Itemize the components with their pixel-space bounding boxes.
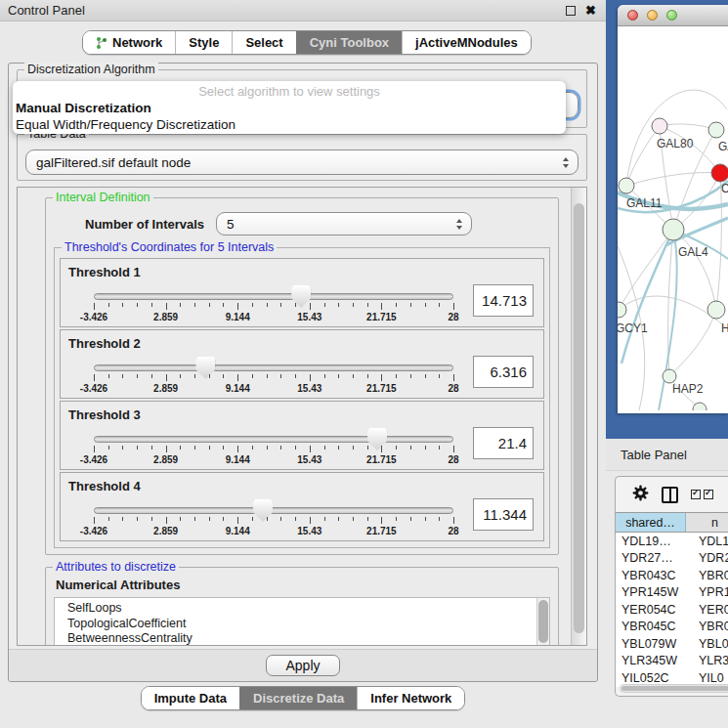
minimize-traffic-light-icon[interactable] bbox=[647, 10, 658, 21]
threshold-2-slider-track[interactable] bbox=[94, 364, 453, 371]
columns-icon[interactable] bbox=[662, 487, 678, 503]
threshold-4-slider-track[interactable] bbox=[94, 507, 453, 514]
threshold-2-label: Threshold 2 bbox=[68, 336, 535, 351]
tab-select[interactable]: Select bbox=[232, 31, 295, 54]
top-tab-bar: NetworkStyleSelectCyni ToolboxjActiveMNo… bbox=[82, 30, 532, 55]
cell-shared-name: YLR345W bbox=[616, 654, 686, 667]
network-node-ga[interactable] bbox=[708, 122, 724, 138]
network-node-label: H bbox=[721, 321, 728, 335]
tick-label: 15.43 bbox=[297, 526, 321, 536]
zoom-traffic-light-icon[interactable] bbox=[666, 10, 677, 21]
tab-label: Cyni Toolbox bbox=[310, 35, 389, 50]
table-row[interactable]: YER054CYER0 bbox=[616, 601, 728, 619]
bottom-tab-bar: Impute DataDiscretize DataInfer Network bbox=[0, 686, 606, 710]
tab-label: jActiveMNodules bbox=[415, 35, 518, 50]
apply-bar: Apply bbox=[9, 649, 597, 681]
threshold-1-value-field[interactable]: 14.713 bbox=[473, 284, 534, 317]
table-row[interactable]: YPR145WYPR1 bbox=[616, 584, 728, 602]
control-panel-title: Control Panel bbox=[8, 3, 85, 18]
cell-shared-name: YER054C bbox=[616, 603, 686, 617]
tick-label: -3.426 bbox=[80, 383, 107, 394]
bottom-tab-discretize-data[interactable]: Discretize Data bbox=[239, 687, 357, 709]
control-panel: Control Panel ✖ NetworkStyleSelectCyni T… bbox=[0, 0, 606, 728]
float-window-icon[interactable] bbox=[566, 6, 576, 16]
bottom-tab-impute-data[interactable]: Impute Data bbox=[142, 687, 239, 709]
table-row[interactable]: YBR045CYBR0 bbox=[616, 619, 728, 636]
cell-shared-name: YPR145W bbox=[616, 585, 686, 599]
select-columns-checkboxes-icon[interactable] bbox=[691, 490, 713, 499]
network-node-label: GA bbox=[718, 140, 728, 153]
number-of-intervals-label: Number of Intervals bbox=[85, 217, 204, 232]
settings-vertical-scrollbar[interactable] bbox=[571, 188, 586, 645]
dropdown-option-equal-width-frequency[interactable]: Equal Width/Frequency Discretization bbox=[13, 116, 566, 133]
discretization-algorithm-label: Discretization Algorithm bbox=[24, 63, 158, 76]
network-tree-icon bbox=[96, 36, 107, 50]
tab-network[interactable]: Network bbox=[83, 31, 175, 54]
attribute-list-item[interactable]: SelfLoops bbox=[67, 601, 536, 617]
bottom-tab-infer-network[interactable]: Infer Network bbox=[357, 687, 464, 709]
table-horizontal-scrollbar[interactable] bbox=[620, 684, 728, 693]
table-body: YDL19…YDL1YDR27…YDR2YBR043CYBR0YPR145WYP… bbox=[616, 533, 728, 687]
slider-tick-labels: -3.4262.8599.14415.4321.71528 bbox=[94, 454, 453, 467]
network-node-gal4[interactable] bbox=[663, 219, 684, 240]
thresholds-group: Threshold's Coordinates for 5 Intervals … bbox=[54, 247, 550, 548]
tab-label: Network bbox=[112, 35, 162, 50]
table-row[interactable]: YLR345WYLR3 bbox=[616, 653, 728, 670]
threshold-1-slider-track[interactable] bbox=[94, 293, 453, 300]
table-header-row: shared… n bbox=[616, 512, 728, 533]
network-node-label: GAL4 bbox=[678, 245, 708, 259]
combobox-spinner-icon[interactable] bbox=[563, 157, 578, 168]
close-traffic-light-icon[interactable] bbox=[627, 10, 638, 21]
thresholds-group-label: Threshold's Coordinates for 5 Intervals bbox=[62, 240, 277, 254]
column-header-name[interactable]: n bbox=[686, 513, 728, 532]
attribute-list-item[interactable]: BetweennessCentrality bbox=[67, 631, 536, 645]
cell-name: YPR1 bbox=[686, 585, 728, 599]
tick-label: 9.144 bbox=[226, 454, 250, 465]
threshold-3-label: Threshold 3 bbox=[68, 407, 535, 422]
table-row[interactable]: YBR043CYBR0 bbox=[616, 567, 728, 584]
table-row[interactable]: YBL079WYBL0 bbox=[616, 635, 728, 653]
tab-style[interactable]: Style bbox=[175, 31, 232, 54]
attributes-list-scrollbar[interactable] bbox=[536, 598, 549, 645]
tick-label: -3.426 bbox=[80, 454, 107, 465]
close-icon[interactable]: ✖ bbox=[585, 3, 596, 18]
network-node-h[interactable] bbox=[707, 301, 725, 319]
network-window-titlebar[interactable] bbox=[618, 5, 728, 26]
table-data-combobox-value: galFiltered.sif default node bbox=[26, 155, 563, 170]
network-node-gcy1[interactable] bbox=[618, 302, 626, 318]
network-node-c[interactable] bbox=[711, 164, 728, 182]
tick-label: 2.859 bbox=[153, 454, 178, 465]
network-view-window: GAL80GACGAL11GAL4GCY1HHAP2 bbox=[606, 0, 728, 439]
table-data-combobox[interactable]: galFiltered.sif default node bbox=[25, 150, 578, 175]
tick-label: 15.43 bbox=[297, 454, 321, 465]
apply-button[interactable]: Apply bbox=[266, 655, 339, 676]
threshold-4-value-field[interactable]: 11.344 bbox=[473, 498, 534, 531]
combobox-spinner-icon[interactable] bbox=[456, 219, 471, 230]
network-node-gal11[interactable] bbox=[619, 178, 634, 193]
table-panel-title: Table Panel bbox=[621, 448, 687, 462]
slider-tick-labels: -3.4262.8599.14415.4321.71528 bbox=[94, 383, 453, 396]
dropdown-option-manual-discretization[interactable]: Manual Discretization bbox=[13, 100, 566, 116]
table-row[interactable]: YDL19…YDL1 bbox=[616, 533, 728, 550]
network-node-label: GCY1 bbox=[618, 321, 648, 335]
network-node-hap2[interactable] bbox=[663, 369, 676, 383]
gear-icon[interactable] bbox=[632, 485, 649, 505]
column-header-shared-name[interactable]: shared… bbox=[616, 513, 686, 532]
cell-name: YER0 bbox=[686, 603, 728, 617]
table-toolbar bbox=[616, 477, 728, 512]
table-row[interactable]: YDR27…YDR2 bbox=[616, 550, 728, 568]
threshold-2-value-field[interactable]: 6.316 bbox=[473, 356, 534, 388]
number-of-intervals-combobox[interactable]: 5 bbox=[216, 212, 472, 236]
tab-jactivemnodules[interactable]: jActiveMNodules bbox=[402, 31, 531, 54]
tab-label: Infer Network bbox=[370, 691, 451, 706]
network-node-gal80[interactable] bbox=[652, 118, 667, 134]
cell-name: YDR2 bbox=[686, 551, 728, 565]
threshold-3-slider-track[interactable] bbox=[94, 436, 453, 443]
tab-label: Style bbox=[189, 35, 219, 50]
slider-ticks bbox=[94, 374, 453, 382]
number-of-intervals-value: 5 bbox=[217, 217, 456, 232]
network-canvas[interactable]: GAL80GACGAL11GAL4GCY1HHAP2 bbox=[618, 26, 728, 413]
tab-cyni-toolbox[interactable]: Cyni Toolbox bbox=[296, 31, 402, 54]
threshold-3-value-field[interactable]: 21.4 bbox=[473, 427, 534, 459]
attribute-list-item[interactable]: TopologicalCoefficient bbox=[67, 617, 536, 632]
